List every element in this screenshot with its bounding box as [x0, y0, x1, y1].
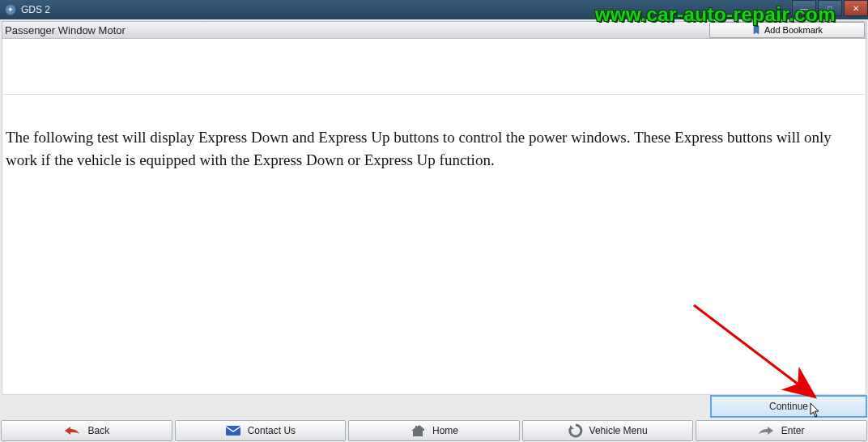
- close-button[interactable]: ✕: [844, 0, 868, 16]
- home-button[interactable]: Home: [348, 420, 520, 441]
- client-area: Passenger Window Motor Add Bookmark The …: [0, 19, 868, 442]
- home-icon: [410, 424, 426, 437]
- add-bookmark-button[interactable]: Add Bookmark: [709, 22, 865, 38]
- content-panel: The following test will display Express …: [2, 39, 866, 395]
- minimize-button[interactable]: —: [792, 0, 816, 16]
- header-bar: Passenger Window Motor Add Bookmark: [2, 21, 866, 39]
- bookmark-icon: [751, 25, 761, 35]
- back-arrow-icon: [63, 425, 81, 436]
- body-text: The following test will display Express …: [6, 126, 857, 172]
- home-label: Home: [432, 425, 458, 436]
- enter-arrow-icon: [759, 425, 775, 436]
- contact-label: Contact Us: [248, 425, 296, 436]
- refresh-icon: [568, 423, 583, 438]
- window-title: GDS 2: [21, 4, 50, 15]
- maximize-button[interactable]: □: [818, 0, 842, 16]
- window-titlebar: ✦ GDS 2 — □ ✕: [0, 0, 868, 19]
- content-divider: [3, 94, 865, 95]
- contact-us-button[interactable]: Contact Us: [175, 420, 347, 441]
- window-controls: — □ ✕: [790, 0, 868, 16]
- app-icon: ✦: [5, 4, 16, 15]
- bookmark-label: Add Bookmark: [764, 25, 823, 35]
- svg-rect-1: [226, 426, 240, 436]
- continue-button[interactable]: Continue: [710, 395, 867, 418]
- vehicle-menu-label: Vehicle Menu: [589, 425, 648, 436]
- back-label: Back: [87, 425, 109, 436]
- back-button[interactable]: Back: [1, 420, 172, 441]
- enter-label: Enter: [781, 425, 805, 436]
- page-title: Passenger Window Motor: [5, 24, 126, 36]
- bottom-toolbar: Back Contact Us Home Vehicle Menu: [0, 420, 868, 442]
- enter-button[interactable]: Enter: [696, 420, 867, 441]
- envelope-icon: [225, 425, 241, 436]
- vehicle-menu-button[interactable]: Vehicle Menu: [522, 420, 694, 441]
- continue-label: Continue: [769, 401, 808, 412]
